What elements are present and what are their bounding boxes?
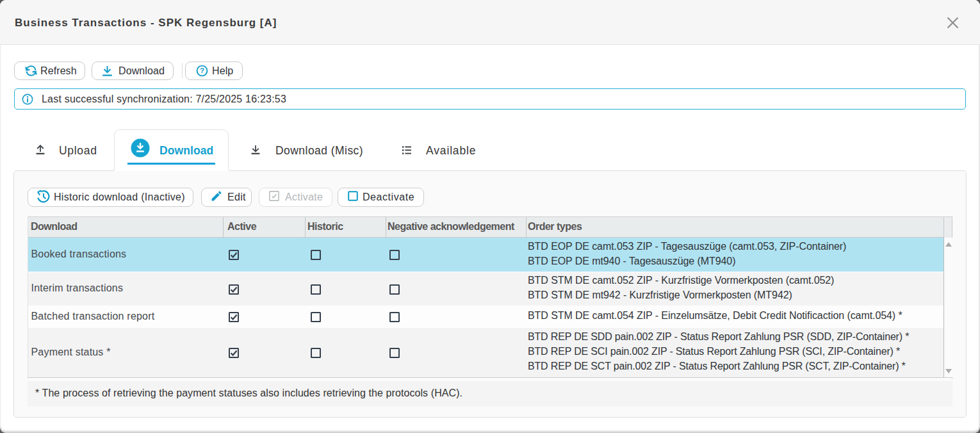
svg-text:?: ? [200, 67, 204, 74]
